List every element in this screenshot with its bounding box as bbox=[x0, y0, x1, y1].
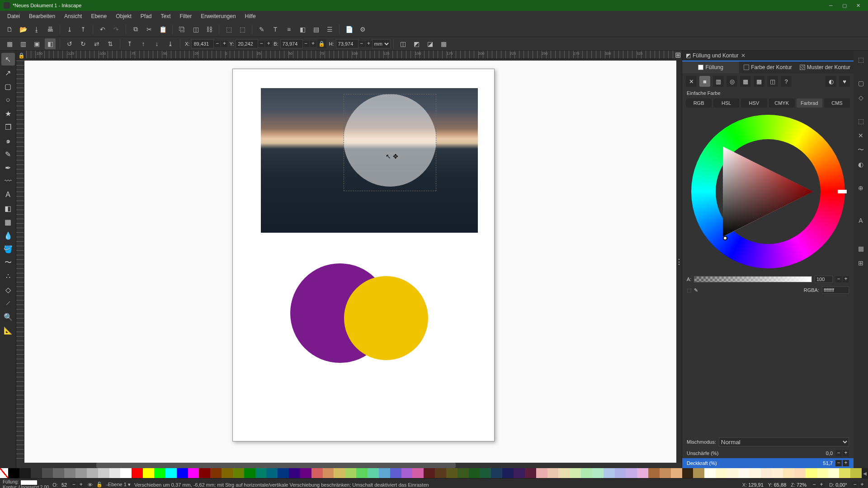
palette-swatch[interactable] bbox=[660, 468, 671, 478]
sv-marker[interactable] bbox=[723, 236, 727, 240]
cut-icon[interactable]: ✂ bbox=[144, 24, 155, 35]
palette-swatch[interactable] bbox=[648, 468, 660, 478]
zoom-dec[interactable]: − bbox=[811, 482, 817, 488]
palette-swatch[interactable] bbox=[334, 468, 345, 478]
y-dec[interactable]: − bbox=[258, 41, 264, 47]
palette-swatch[interactable] bbox=[480, 468, 491, 478]
vertical-ruler[interactable] bbox=[16, 61, 24, 463]
align-dialog-icon[interactable]: ≡ bbox=[283, 24, 294, 35]
palette-swatch[interactable] bbox=[738, 468, 750, 478]
panel-handle[interactable]: ⋮ bbox=[676, 61, 682, 463]
palette-swatch[interactable] bbox=[19, 468, 31, 478]
new-document-icon[interactable]: 🗋 bbox=[4, 24, 15, 35]
mesh-tool[interactable]: ▦ bbox=[1, 216, 15, 228]
palette-swatch[interactable] bbox=[716, 468, 727, 478]
rot-dec[interactable]: − bbox=[852, 482, 858, 488]
toggle-selection-icon[interactable]: ◧ bbox=[45, 38, 56, 49]
rotate-ccw-icon[interactable]: ↺ bbox=[64, 38, 75, 49]
blur-inc[interactable]: + bbox=[843, 450, 849, 456]
bezier-tool[interactable]: ✒ bbox=[1, 161, 15, 174]
palette-swatch[interactable] bbox=[514, 468, 525, 478]
palette-swatch[interactable] bbox=[469, 468, 480, 478]
menu-help[interactable]: Hilfe bbox=[241, 11, 260, 21]
text-dialog-icon[interactable]: T bbox=[270, 24, 281, 35]
layer-selector[interactable]: -Ebene 1 ▾ bbox=[106, 482, 131, 488]
palette-swatch[interactable] bbox=[199, 468, 210, 478]
palette-swatch[interactable] bbox=[177, 468, 188, 478]
x-inc[interactable]: + bbox=[221, 41, 227, 47]
blur-dec[interactable]: − bbox=[835, 450, 842, 456]
tab-stroke-paint[interactable]: Farbe der Kontur bbox=[739, 61, 796, 73]
color-wheel[interactable] bbox=[691, 115, 845, 268]
rgba-input[interactable] bbox=[822, 286, 849, 294]
xml-editor-icon[interactable]: ◧ bbox=[297, 24, 308, 35]
unit-select[interactable]: mm bbox=[372, 39, 391, 48]
palette-swatch[interactable] bbox=[806, 468, 817, 478]
menu-file[interactable]: Datei bbox=[3, 11, 24, 21]
mode-hsv[interactable]: HSV bbox=[741, 99, 767, 108]
undo-icon[interactable]: ↶ bbox=[97, 24, 108, 35]
palette-swatch[interactable] bbox=[210, 468, 222, 478]
move-gradients-icon[interactable]: ◪ bbox=[425, 38, 436, 49]
import-icon[interactable]: ⤓ bbox=[64, 24, 75, 35]
palette-swatch[interactable] bbox=[154, 468, 165, 478]
canvas[interactable]: ↖ ✥ bbox=[24, 61, 676, 463]
alpha-inc[interactable]: + bbox=[843, 276, 849, 282]
clone-icon[interactable]: ◫ bbox=[190, 24, 201, 35]
paint-mesh-icon[interactable]: ▦ bbox=[740, 76, 751, 87]
x-input[interactable] bbox=[191, 39, 214, 48]
paint-swatch-icon[interactable]: ◫ bbox=[767, 76, 778, 87]
y-inc[interactable]: + bbox=[265, 41, 272, 47]
palette-swatch[interactable] bbox=[693, 468, 704, 478]
snap-center-icon[interactable]: ⊕ bbox=[855, 182, 867, 194]
palette-no-color[interactable] bbox=[0, 468, 8, 478]
paint-unknown-icon[interactable]: ? bbox=[781, 76, 792, 87]
h-inc[interactable]: + bbox=[366, 41, 372, 47]
lock-aspect-icon[interactable]: 🔒 bbox=[317, 39, 326, 48]
maximize-button[interactable]: ▢ bbox=[838, 1, 851, 9]
w-input[interactable] bbox=[280, 39, 303, 48]
layer-lock-icon[interactable]: 🔓 bbox=[96, 482, 103, 488]
paste-icon[interactable]: 📋 bbox=[157, 24, 168, 35]
palette-swatch[interactable] bbox=[536, 468, 547, 478]
export-icon[interactable]: ⤒ bbox=[78, 24, 89, 35]
palette-swatch[interactable] bbox=[323, 468, 334, 478]
palette-swatch[interactable] bbox=[368, 468, 379, 478]
palette-swatch[interactable] bbox=[53, 468, 64, 478]
group-icon[interactable]: ⬚ bbox=[223, 24, 234, 35]
eraser-tool[interactable]: ◇ bbox=[1, 283, 15, 296]
ruler-unit-icon[interactable]: ⊞ bbox=[674, 51, 682, 59]
dropper-tool[interactable]: 💧 bbox=[1, 229, 15, 242]
palette-swatch[interactable] bbox=[604, 468, 615, 478]
palette-swatch[interactable] bbox=[828, 468, 840, 478]
text-tool[interactable]: A bbox=[1, 188, 15, 201]
palette-swatch[interactable] bbox=[682, 468, 693, 478]
palette-swatch[interactable] bbox=[783, 468, 794, 478]
rotate-cw-icon[interactable]: ↻ bbox=[78, 38, 89, 49]
gradient-tool[interactable]: ◧ bbox=[1, 202, 15, 215]
palette-swatch[interactable] bbox=[558, 468, 570, 478]
paint-radial-icon[interactable]: ◎ bbox=[726, 76, 737, 87]
palette-swatch[interactable] bbox=[592, 468, 604, 478]
close-button[interactable]: ✕ bbox=[852, 1, 864, 9]
palette-swatch[interactable] bbox=[817, 468, 828, 478]
blend-mode-select[interactable]: Normal bbox=[719, 437, 849, 446]
open-icon[interactable]: 📂 bbox=[18, 24, 28, 35]
palette-swatch[interactable] bbox=[525, 468, 536, 478]
palette-swatch[interactable] bbox=[300, 468, 311, 478]
palette-swatch[interactable] bbox=[458, 468, 469, 478]
connector-tool[interactable]: ⟋ bbox=[1, 297, 15, 310]
flip-v-icon[interactable]: ⇅ bbox=[105, 38, 116, 49]
panel-tab[interactable]: ◩ Füllung und Kontur ✕ bbox=[682, 51, 854, 61]
menu-path[interactable]: Pfad bbox=[136, 11, 156, 21]
document-properties-icon[interactable]: 📄 bbox=[344, 24, 354, 35]
menu-edit[interactable]: Bearbeiten bbox=[24, 11, 60, 21]
snap-guide-icon[interactable]: ⊞ bbox=[855, 257, 867, 269]
palette-swatch[interactable] bbox=[109, 468, 121, 478]
alpha-dec[interactable]: − bbox=[835, 276, 842, 282]
move-patterns-icon[interactable]: ▦ bbox=[439, 38, 449, 49]
scale-stroke-icon[interactable]: ◫ bbox=[398, 38, 409, 49]
scale-corners-icon[interactable]: ◩ bbox=[411, 38, 422, 49]
palette-swatch[interactable] bbox=[31, 468, 42, 478]
lower-icon[interactable]: ↓ bbox=[151, 38, 162, 49]
